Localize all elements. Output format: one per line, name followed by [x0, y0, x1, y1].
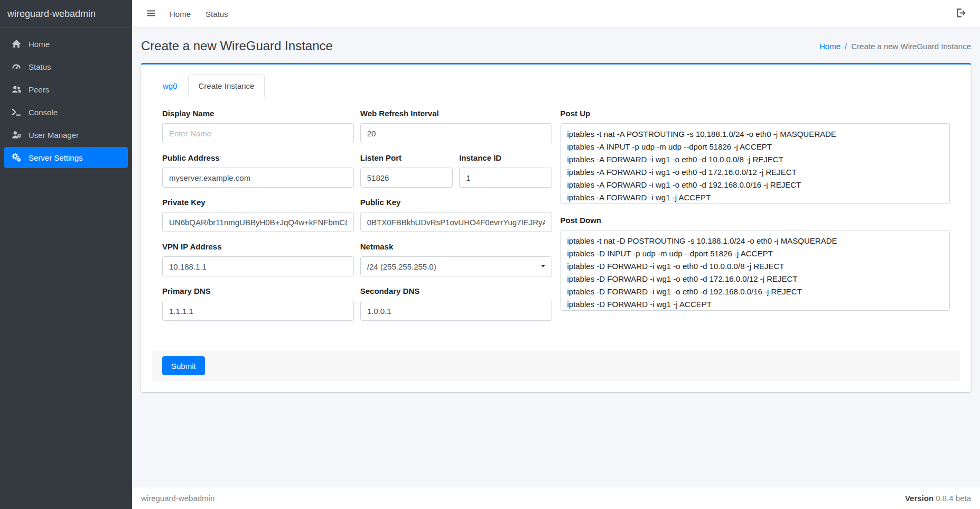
- netmask-select-wrap: /24 (255.255.255.0): [360, 256, 552, 276]
- gears-icon: [11, 153, 22, 162]
- user-gear-icon: [11, 130, 22, 140]
- submit-button[interactable]: Submit: [162, 356, 205, 375]
- primary-dns-label: Primary DNS: [162, 286, 354, 295]
- sidebar-brand[interactable]: wireguard-webadmin: [0, 0, 132, 28]
- netmask-label: Netmask: [360, 242, 552, 251]
- footer-version-label: Version: [905, 494, 934, 503]
- footer-brand: wireguard-webadmin: [141, 494, 214, 503]
- public-address-label: Public Address: [162, 153, 354, 162]
- footer-version: Version 0.8.4 beta: [905, 494, 971, 503]
- gauge-icon: [11, 62, 22, 71]
- vpn-ip-label: VPN IP Address: [162, 242, 354, 251]
- users-icon: [11, 85, 22, 94]
- sidebar-item-status[interactable]: Status: [4, 56, 128, 77]
- sidebar-item-console[interactable]: Console: [4, 101, 128, 123]
- vpn-ip-input[interactable]: [162, 256, 354, 276]
- sidebar-item-label: Status: [29, 62, 51, 71]
- secondary-dns-label: Secondary DNS: [360, 286, 552, 295]
- home-icon: [11, 39, 22, 49]
- sidebar-item-label: Home: [29, 40, 50, 49]
- form-left-column: Display Name Web Refresh Interval: [162, 109, 552, 331]
- post-up-label: Post Up: [561, 109, 950, 118]
- navbar-link-status[interactable]: Status: [199, 5, 235, 23]
- display-name-input[interactable]: [162, 123, 354, 143]
- tab-create-instance[interactable]: Create Instance: [188, 75, 265, 97]
- tab-wg0[interactable]: wg0: [152, 75, 188, 97]
- sidebar-item-label: User Manager: [29, 131, 79, 140]
- sidebar-item-label: Console: [29, 108, 58, 117]
- form-footer-strip: Submit: [152, 350, 960, 381]
- instance-tabs: wg0 Create Instance: [152, 75, 960, 97]
- netmask-select[interactable]: /24 (255.255.255.0): [360, 256, 552, 276]
- web-refresh-interval-label: Web Refresh Interval: [360, 109, 552, 118]
- instance-id-input[interactable]: [459, 168, 552, 188]
- public-key-label: Public Key: [360, 198, 552, 207]
- instance-id-label: Instance ID: [459, 153, 552, 162]
- content-header: Create a new WireGuard Instance Home / C…: [141, 39, 971, 53]
- sidebar-item-user-manager[interactable]: User Manager: [4, 124, 128, 145]
- post-down-label: Post Down: [561, 216, 950, 225]
- public-key-input[interactable]: [360, 212, 552, 232]
- page-title: Create a new WireGuard Instance: [141, 39, 333, 53]
- main-wrapper: Home Status Create a new WireGuard Insta…: [132, 0, 980, 509]
- private-key-label: Private Key: [162, 198, 354, 207]
- breadcrumb-separator: /: [845, 42, 847, 51]
- sidebar: wireguard-webadmin Home Status Peers Con…: [0, 0, 132, 509]
- post-up-textarea[interactable]: iptables -t nat -A POSTROUTING -s 10.188…: [561, 123, 950, 204]
- content-area: Create a new WireGuard Instance Home / C…: [132, 28, 980, 487]
- logout-button[interactable]: [950, 4, 971, 24]
- navbar-link-home[interactable]: Home: [163, 5, 197, 23]
- secondary-dns-input[interactable]: [360, 301, 552, 321]
- instance-card: wg0 Create Instance Display Name: [141, 63, 971, 392]
- private-key-input[interactable]: [162, 212, 354, 232]
- display-name-label: Display Name: [162, 109, 354, 118]
- form-right-column: Post Up iptables -t nat -A POSTROUTING -…: [561, 109, 950, 331]
- primary-dns-input[interactable]: [162, 301, 354, 321]
- post-down-textarea[interactable]: iptables -t nat -D POSTROUTING -s 10.188…: [561, 230, 950, 311]
- sidebar-toggle-button[interactable]: [141, 4, 161, 24]
- breadcrumb-current: Create a new WireGuard Instance: [851, 42, 971, 51]
- listen-port-input[interactable]: [360, 168, 453, 188]
- web-refresh-interval-input[interactable]: [360, 123, 552, 143]
- create-instance-form: Display Name Web Refresh Interval: [152, 97, 960, 331]
- breadcrumb: Home / Create a new WireGuard Instance: [819, 42, 971, 51]
- sidebar-item-home[interactable]: Home: [4, 33, 128, 54]
- sidebar-item-label: Peers: [29, 85, 49, 94]
- sidebar-item-server-settings[interactable]: Server Settings: [4, 147, 128, 168]
- top-navbar: Home Status: [132, 0, 980, 28]
- bars-icon: [146, 8, 156, 20]
- sidebar-item-label: Server Settings: [29, 153, 83, 162]
- instance-card-body: wg0 Create Instance Display Name: [141, 64, 971, 392]
- terminal-icon: [11, 107, 22, 117]
- sidebar-item-peers[interactable]: Peers: [4, 79, 128, 100]
- main-footer: wireguard-webadmin Version 0.8.4 beta: [132, 487, 980, 509]
- footer-version-value: 0.8.4 beta: [936, 494, 971, 503]
- public-address-input[interactable]: [162, 168, 354, 188]
- logout-icon: [956, 8, 966, 20]
- breadcrumb-home-link[interactable]: Home: [819, 42, 841, 51]
- sidebar-nav: Home Status Peers Console User Manager S…: [0, 28, 132, 173]
- listen-port-label: Listen Port: [360, 153, 453, 162]
